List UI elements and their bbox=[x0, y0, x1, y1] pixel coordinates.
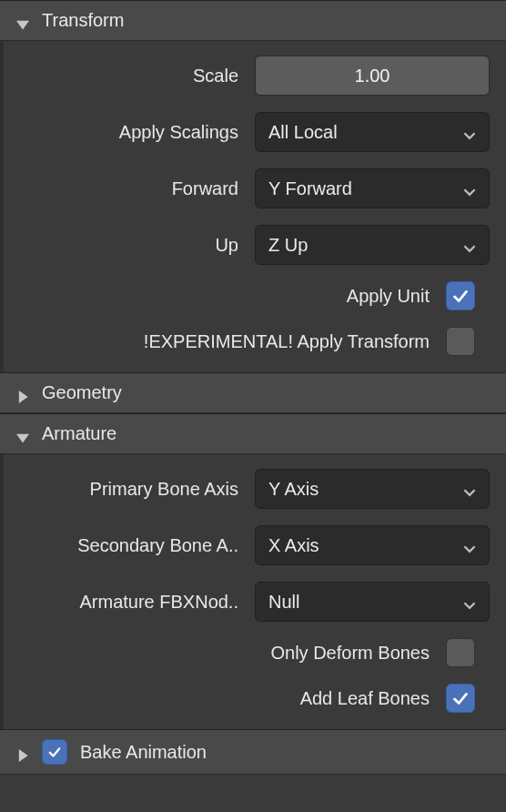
chevron-down-icon bbox=[463, 595, 476, 608]
apply-unit-row: Apply Unit bbox=[20, 281, 490, 310]
add-leaf-bones-row: Add Leaf Bones bbox=[20, 684, 490, 713]
chevron-down-icon bbox=[463, 539, 476, 552]
scale-row: Scale 1.00 bbox=[20, 56, 490, 96]
forward-row: Forward Y Forward bbox=[20, 168, 490, 208]
armature-fbxnode-value: Null bbox=[268, 592, 299, 613]
apply-scalings-dropdown[interactable]: All Local bbox=[255, 112, 490, 152]
apply-scalings-label: Apply Scalings bbox=[20, 122, 238, 143]
secondary-bone-axis-value: X Axis bbox=[268, 535, 319, 556]
primary-bone-axis-dropdown[interactable]: Y Axis bbox=[255, 469, 490, 509]
check-icon bbox=[46, 744, 63, 760]
svg-marker-1 bbox=[19, 391, 28, 403]
secondary-bone-axis-row: Secondary Bone A.. X Axis bbox=[20, 525, 490, 565]
apply-transform-label: !EXPERIMENTAL! Apply Transform bbox=[20, 331, 430, 352]
armature-header[interactable]: Armature bbox=[0, 413, 506, 454]
transform-body: Scale 1.00 Apply Scalings All Local Forw… bbox=[0, 41, 506, 372]
apply-unit-label: Apply Unit bbox=[20, 286, 430, 307]
disclosure-down-icon bbox=[16, 15, 29, 27]
add-leaf-bones-label: Add Leaf Bones bbox=[20, 688, 430, 709]
transform-title: Transform bbox=[42, 10, 124, 31]
chevron-down-icon bbox=[463, 482, 476, 495]
bake-animation-title: Bake Animation bbox=[80, 742, 207, 763]
apply-unit-checkbox[interactable] bbox=[446, 281, 475, 310]
up-dropdown[interactable]: Z Up bbox=[255, 225, 490, 265]
apply-scalings-row: Apply Scalings All Local bbox=[20, 112, 490, 152]
disclosure-right-icon bbox=[16, 387, 29, 400]
armature-fbxnode-row: Armature FBXNod.. Null bbox=[20, 582, 490, 622]
only-deform-bones-label: Only Deform Bones bbox=[20, 643, 430, 664]
scale-label: Scale bbox=[20, 66, 238, 86]
up-row: Up Z Up bbox=[20, 225, 490, 265]
chevron-down-icon bbox=[463, 182, 476, 195]
armature-title: Armature bbox=[42, 423, 116, 444]
up-value: Z Up bbox=[268, 235, 308, 256]
chevron-down-icon bbox=[463, 239, 476, 251]
primary-bone-axis-label: Primary Bone Axis bbox=[20, 479, 238, 500]
forward-value: Y Forward bbox=[268, 178, 352, 199]
svg-marker-2 bbox=[16, 433, 29, 442]
geometry-title: Geometry bbox=[42, 382, 122, 403]
forward-label: Forward bbox=[20, 178, 238, 199]
svg-marker-0 bbox=[16, 20, 29, 29]
only-deform-bones-row: Only Deform Bones bbox=[20, 638, 490, 667]
apply-transform-checkbox[interactable] bbox=[446, 327, 475, 356]
disclosure-right-icon bbox=[16, 746, 29, 758]
armature-body: Primary Bone Axis Y Axis Secondary Bone … bbox=[0, 454, 506, 729]
apply-transform-row: !EXPERIMENTAL! Apply Transform bbox=[20, 327, 490, 356]
scale-value: 1.00 bbox=[355, 66, 390, 86]
armature-fbxnode-dropdown[interactable]: Null bbox=[255, 582, 490, 622]
transform-header[interactable]: Transform bbox=[0, 0, 506, 41]
up-label: Up bbox=[20, 235, 238, 256]
bake-animation-checkbox[interactable] bbox=[42, 739, 67, 765]
primary-bone-axis-row: Primary Bone Axis Y Axis bbox=[20, 469, 490, 509]
secondary-bone-axis-dropdown[interactable]: X Axis bbox=[255, 525, 490, 565]
armature-fbxnode-label: Armature FBXNod.. bbox=[20, 592, 238, 613]
scale-input[interactable]: 1.00 bbox=[255, 56, 490, 96]
disclosure-down-icon bbox=[16, 428, 29, 441]
forward-dropdown[interactable]: Y Forward bbox=[255, 168, 490, 208]
svg-marker-3 bbox=[19, 749, 28, 762]
check-icon bbox=[450, 688, 471, 708]
chevron-down-icon bbox=[463, 126, 476, 138]
check-icon bbox=[450, 286, 471, 306]
only-deform-bones-checkbox[interactable] bbox=[446, 638, 475, 667]
apply-scalings-value: All Local bbox=[268, 122, 338, 143]
primary-bone-axis-value: Y Axis bbox=[268, 479, 319, 500]
bake-animation-header[interactable]: Bake Animation bbox=[0, 729, 506, 775]
geometry-header[interactable]: Geometry bbox=[0, 372, 506, 413]
secondary-bone-axis-label: Secondary Bone A.. bbox=[20, 535, 238, 556]
add-leaf-bones-checkbox[interactable] bbox=[446, 684, 475, 713]
